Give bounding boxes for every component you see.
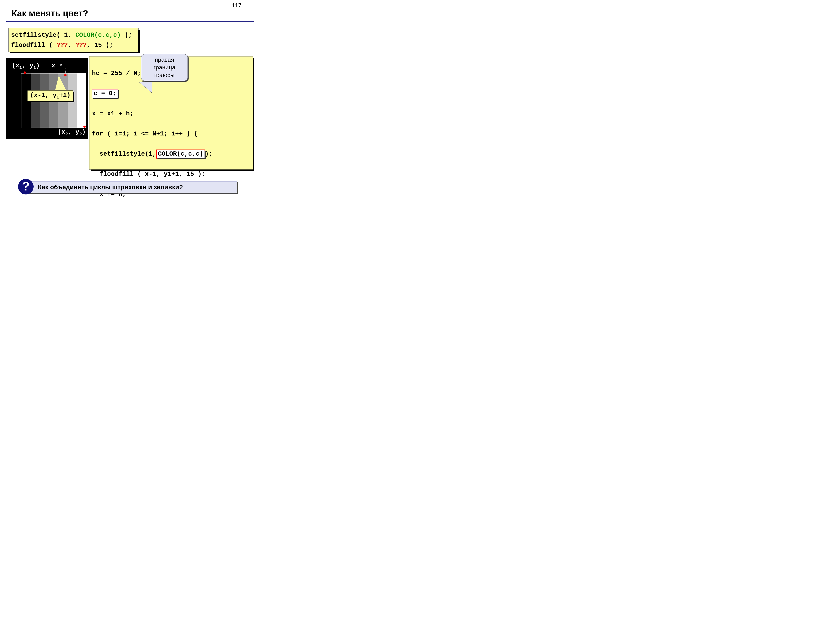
code-text: setfillstyle( 1, bbox=[11, 32, 76, 39]
label-x1y1: (x1, y1) bbox=[12, 62, 40, 70]
question-mark-icon: ? bbox=[18, 179, 33, 194]
highlight-box: c = 0; bbox=[92, 89, 118, 98]
title-rule bbox=[6, 21, 254, 22]
placeholder: ??? bbox=[76, 41, 87, 49]
label-x2y2: (x2, y2) bbox=[58, 128, 86, 136]
code-line: floodfill ( x-1, y1+1, 15 ); bbox=[92, 169, 250, 179]
placeholder: ??? bbox=[57, 41, 68, 49]
arrow-right-icon bbox=[56, 65, 62, 65]
speech-callout: правая граница полосы bbox=[141, 54, 188, 81]
highlight-box: COLOR(c,c,c) bbox=[156, 150, 205, 159]
point-x2y2 bbox=[84, 126, 86, 128]
question-bar: Как объединить циклы штриховки и заливки… bbox=[25, 181, 237, 193]
callout-x-1-y1-1: (x-1, y1+1) bbox=[27, 90, 73, 101]
label-x: x bbox=[51, 62, 55, 69]
code-text: , bbox=[68, 41, 76, 49]
code-line: c = 0; bbox=[92, 88, 250, 98]
callout-pointer bbox=[55, 76, 67, 92]
code-top: setfillstyle( 1, COLOR(c,c,c) ); floodfi… bbox=[8, 28, 139, 52]
speech-tail bbox=[139, 80, 152, 93]
point-x1y1 bbox=[24, 71, 26, 74]
page-number: 117 bbox=[232, 2, 242, 9]
code-line: x = x1 + h; bbox=[92, 109, 250, 118]
slide-title: Как менять цвет? bbox=[11, 8, 88, 19]
slide: 117 Как менять цвет? setfillstyle( 1, CO… bbox=[0, 0, 269, 202]
code-text: ); bbox=[121, 32, 132, 39]
code-line: setfillstyle(1,COLOR(c,c,c)); bbox=[92, 149, 250, 159]
code-line: for ( i=1; i <= N+1; i++ ) { bbox=[92, 129, 250, 139]
code-highlight: COLOR(c,c,c) bbox=[76, 32, 121, 39]
code-text: , 15 ); bbox=[87, 41, 113, 49]
code-text: floodfill ( bbox=[11, 41, 57, 49]
